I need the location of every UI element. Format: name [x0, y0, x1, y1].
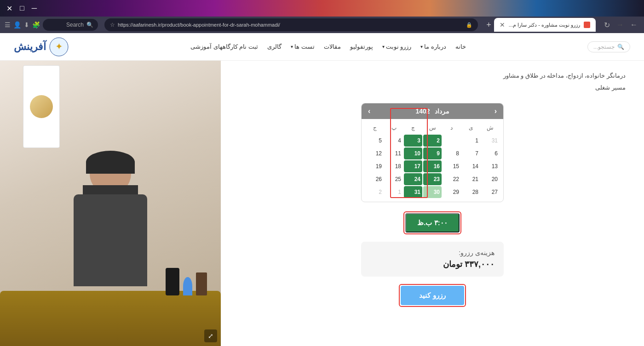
price-label: هزینه‌ی رزرو:	[370, 249, 494, 256]
nav-portfolio[interactable]: پورتفولیو	[350, 43, 373, 50]
cal-day-6[interactable]: 6	[481, 147, 500, 159]
cal-day-1next[interactable]: 1	[385, 186, 403, 198]
reserve-section: رزرو کنید	[239, 284, 626, 307]
cal-day-12[interactable]: 12	[365, 147, 384, 159]
cal-day-22[interactable]: 22	[443, 173, 461, 185]
cal-day-13[interactable]: 13	[481, 160, 500, 172]
cal-day-30[interactable]: 30	[423, 186, 442, 198]
calendar-day-headers: ش ی د س چ پ ج	[365, 123, 500, 133]
reserve-button[interactable]: رزرو کنید	[401, 286, 464, 305]
active-tab[interactable]: رزرو نوبت مشاوره - دکتر سارا م... ✕	[494, 18, 596, 32]
star-icon[interactable]: ☆	[110, 22, 115, 28]
address-bar[interactable]: 🔒 https://aafarinesh.ir/product/book-app…	[104, 18, 478, 31]
nav-workshops[interactable]: ثبت نام کارگاههای آموزشی	[190, 43, 258, 50]
browser-search-bar[interactable]: 🔍 Search	[43, 19, 98, 31]
new-tab-button[interactable]: +	[486, 20, 491, 30]
cal-day-11[interactable]: 11	[385, 147, 403, 159]
site-header: 🔍 جستجو... خانه درباره ما ▾ رزرو نوبت ▾ …	[0, 33, 644, 61]
cal-day-14[interactable]: 14	[462, 160, 480, 172]
nav-reserve[interactable]: رزرو نوبت ▾	[382, 43, 412, 50]
nav-articles[interactable]: مقالات	[324, 43, 341, 50]
cal-day-9[interactable]: 9	[423, 147, 442, 159]
time-section: ۳:۰۰ ب.ظ	[239, 211, 626, 234]
calendar-days-grid: 31 1 2 3 4 5 6 7 8 9 10 11 12 13	[365, 135, 500, 198]
nav-tests[interactable]: تست ها ▾	[291, 43, 315, 50]
doctor-photo: ⤢	[0, 61, 221, 346]
expand-image-icon[interactable]: ⤢	[204, 329, 217, 342]
cal-day-2[interactable]: 2	[423, 135, 442, 147]
day-header-y: ی	[461, 123, 481, 133]
day-header-sh: ش	[480, 123, 500, 133]
cal-day-25[interactable]: 25	[385, 173, 403, 185]
cal-day-1[interactable]: 1	[462, 135, 480, 147]
extensions-icon[interactable]: 🧩	[32, 21, 40, 28]
cal-day-empty1	[443, 135, 461, 147]
tab-close-button[interactable]: ✕	[500, 21, 505, 28]
nav-gallery[interactable]: گالری	[267, 43, 282, 50]
browser-toolbar: ← → ↻ رزرو نوبت مشاوره - دکتر سارا م... …	[0, 17, 644, 33]
day-header-s: س	[423, 123, 442, 133]
cal-day-5[interactable]: 5	[365, 135, 384, 147]
site-logo[interactable]: ✦ آفرینش	[14, 37, 69, 57]
calendar-grid: ش ی د س چ پ ج 31 1 2 3	[362, 119, 503, 202]
profile-icon[interactable]: 👤	[13, 21, 21, 28]
cal-day-20[interactable]: 20	[481, 173, 500, 185]
calendar-prev-button[interactable]: ‹	[494, 107, 497, 115]
calendar-next-button[interactable]: ›	[368, 107, 370, 115]
cal-day-8[interactable]: 8	[443, 147, 461, 159]
cal-day-4[interactable]: 4	[385, 135, 403, 147]
cal-day-18[interactable]: 18	[385, 160, 403, 172]
nav-home[interactable]: خانه	[455, 43, 466, 50]
minimize-icon[interactable]: ─	[30, 4, 39, 12]
desk-items	[166, 268, 207, 295]
cal-day-19[interactable]: 19	[365, 160, 384, 172]
price-section: هزینه‌ی رزرو: ۳۳۷,۰۰۰ تومان	[361, 242, 504, 277]
time-slot-button[interactable]: ۳:۰۰ ب.ظ	[405, 213, 459, 233]
main-nav: خانه درباره ما ▾ رزرو نوبت ▾ پورتفولیو م…	[190, 43, 466, 50]
cal-day-17[interactable]: 17	[404, 160, 422, 172]
nav-about[interactable]: درباره ما ▾	[420, 43, 446, 50]
close-icon[interactable]: ✕	[5, 4, 14, 13]
browser-top-bar: ─ □ ✕	[0, 0, 644, 17]
site-search-icon: 🔍	[617, 44, 624, 50]
cal-day-3[interactable]: 3	[404, 135, 422, 147]
desc-line2: مسیر شغلی	[239, 82, 626, 94]
calendar-header: ‹ مرداد 1402 ›	[362, 103, 503, 119]
cal-day-27[interactable]: 27	[481, 186, 500, 198]
cal-day-10[interactable]: 10	[404, 147, 422, 159]
appointment-calendar: ‹ مرداد 1402 › ش ی د س چ پ ج	[361, 103, 504, 202]
forward-button[interactable]: →	[615, 20, 626, 30]
url-text: https://aafarinesh.ir/product/book-appoi…	[118, 22, 463, 28]
doctor-image-panel: ⤢	[0, 61, 221, 346]
download-icon[interactable]: ⬇	[24, 21, 29, 28]
refresh-button[interactable]: ↻	[602, 20, 612, 30]
back-button[interactable]: ←	[628, 20, 639, 30]
tab-title: رزرو نوبت مشاوره - دکتر سارا م...	[509, 22, 580, 28]
cal-day-26[interactable]: 26	[365, 173, 384, 185]
search-icon: 🔍	[86, 22, 93, 28]
site-search-box[interactable]: 🔍 جستجو...	[587, 41, 630, 52]
background-items	[23, 65, 60, 148]
day-header-d: د	[442, 123, 461, 133]
price-value: ۳۳۷,۰۰۰ تومان	[370, 259, 494, 269]
cal-day-21[interactable]: 21	[462, 173, 480, 185]
maximize-icon[interactable]: □	[18, 4, 26, 12]
menu-icon[interactable]: ☰	[5, 21, 11, 28]
cal-day-7[interactable]: 7	[462, 147, 480, 159]
security-icon: 🔒	[466, 22, 472, 28]
cal-day-31prev[interactable]: 31	[481, 135, 500, 147]
cal-day-23[interactable]: 23	[423, 173, 442, 185]
doctor-description: درمانگر خانواده، ازدواج، مداخله در طلاق …	[239, 70, 626, 94]
cal-day-28[interactable]: 28	[462, 186, 480, 198]
day-header-j: ج	[365, 123, 385, 133]
calendar-month-year: مرداد 1402	[415, 108, 449, 115]
tab-favicon	[584, 22, 590, 28]
cal-day-31[interactable]: 31	[404, 186, 422, 198]
cal-day-2next[interactable]: 2	[365, 186, 384, 198]
cal-day-16[interactable]: 16	[423, 160, 442, 172]
logo-text: آفرینش	[14, 41, 46, 53]
time-slot-wrapper: ۳:۰۰ ب.ظ	[403, 211, 461, 234]
cal-day-15[interactable]: 15	[443, 160, 461, 172]
cal-day-24[interactable]: 24	[404, 173, 422, 185]
cal-day-29[interactable]: 29	[443, 186, 461, 198]
